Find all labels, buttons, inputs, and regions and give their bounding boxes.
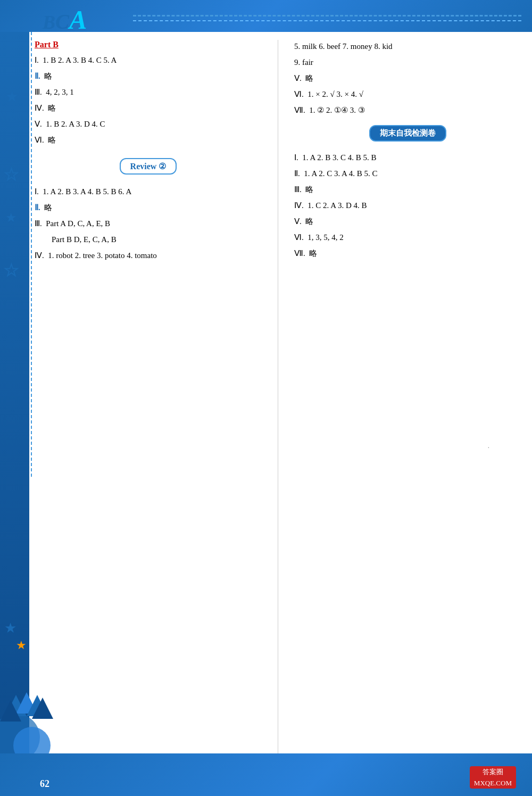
- period-s4-content: 1. C 2. A 3. D 4. B: [307, 201, 367, 210]
- period-s1-label: Ⅰ.: [294, 153, 298, 162]
- partb-section2: Ⅱ. 略: [35, 70, 262, 82]
- period-s5-label: Ⅴ.: [294, 217, 302, 226]
- review2-s4-label: Ⅳ.: [35, 251, 44, 260]
- right-sVII-label: Ⅶ.: [294, 106, 305, 114]
- watermark-top-text: 答案圈: [483, 768, 503, 776]
- b-letter: B: [43, 12, 55, 33]
- sun-decoration: [0, 674, 59, 753]
- period-s2-content: 1. A 2. C 3. A 4. B 5. C: [304, 169, 377, 178]
- period-s6-label: Ⅵ.: [294, 233, 304, 242]
- star-outline-icon-1: ★: [4, 165, 19, 184]
- bottom-bar: [0, 753, 532, 796]
- left-column: Part B Ⅰ. 1. B 2. A 3. B 4. C 5. A Ⅱ. 略 …: [35, 40, 278, 764]
- review2-s4-content: 1. robot 2. tree 3. potato 4. tomato: [48, 251, 157, 260]
- review2-box: Review ②: [120, 158, 177, 175]
- period-s7-label: Ⅶ.: [294, 249, 305, 258]
- left-dashed-line: [31, 32, 32, 477]
- watermark-top: 答案圈: [470, 766, 516, 778]
- partb-section4: Ⅳ. 略: [35, 102, 262, 114]
- period-s1-content: 1. A 2. B 3. C 4. B 5. B: [302, 153, 376, 162]
- c-letter: C: [55, 10, 69, 33]
- star-outline-icon-2: ★: [4, 261, 19, 279]
- review2-container: Review ②: [35, 152, 262, 181]
- partb-section6: Ⅵ. 略: [35, 134, 262, 146]
- review2-s1-label: Ⅰ.: [35, 187, 39, 196]
- period-section7: Ⅶ. 略: [294, 247, 521, 260]
- part-b-title: Part B: [35, 40, 262, 49]
- right-sVI-label: Ⅵ.: [294, 90, 304, 98]
- partb-s3-label: Ⅲ.: [35, 88, 42, 96]
- right-top-line1: 5. milk 6. beef 7. money 8. kid: [294, 40, 521, 53]
- partb-s2-label: Ⅱ.: [35, 72, 40, 80]
- partb-s1-content: 1. B 2. A 3. B 4. C 5. A: [43, 56, 117, 64]
- partb-s1-label: Ⅰ.: [35, 56, 39, 64]
- review2-section3-partb: Part B D, E, C, A, B: [52, 233, 262, 246]
- right-sectionV: Ⅴ. 略: [294, 72, 521, 85]
- watermark-bottom-text: MXQE.COM: [474, 779, 512, 787]
- page-number: 62: [40, 778, 49, 790]
- period-section2: Ⅱ. 1. A 2. C 3. A 4. B 5. C: [294, 167, 521, 180]
- right-sVII-content: 1. ② 2. ①④ 3. ③: [309, 106, 365, 114]
- partb-s4-label: Ⅳ.: [35, 104, 44, 112]
- period-section3: Ⅲ. 略: [294, 183, 521, 196]
- right-column: 5. milk 6. beef 7. money 8. kid 9. fair …: [278, 40, 521, 764]
- partb-s6-label: Ⅵ.: [35, 136, 44, 144]
- right-sVI-content: 1. × 2. √ 3. × 4. √: [307, 90, 363, 98]
- period-s7-content: 略: [309, 249, 317, 258]
- star-icon-1: ★: [5, 88, 19, 105]
- partb-section3: Ⅲ. 4, 2, 3, 1: [35, 86, 262, 98]
- dashed-decoration-top2: [133, 20, 521, 21]
- review2-s3-label: Ⅲ.: [35, 219, 42, 228]
- right-sV-content: 略: [305, 74, 313, 82]
- review2-s2-content: 略: [44, 203, 52, 212]
- partb-s6-content: 略: [48, 136, 56, 144]
- review2-s2-label: Ⅱ.: [35, 203, 40, 212]
- partb-section5: Ⅴ. 1. B 2. A 3. D 4. C: [35, 118, 262, 130]
- review2-section1: Ⅰ. 1. A 2. B 3. A 4. B 5. B 6. A: [35, 185, 262, 198]
- partb-s2-content: 略: [44, 72, 52, 80]
- review2-s1-content: 1. A 2. B 3. A 4. B 5. B 6. A: [43, 187, 131, 196]
- partb-s5-content: 1. B 2. A 3. D 4. C: [46, 120, 105, 128]
- period-section6: Ⅵ. 1, 3, 5, 4, 2: [294, 231, 521, 244]
- partb-s4-content: 略: [48, 104, 56, 112]
- partb-s3-content: 4, 2, 3, 1: [46, 88, 74, 96]
- review2-s3-parta: Part A D, C, A, E, B: [46, 219, 110, 228]
- period-s3-content: 略: [305, 185, 313, 194]
- right-sectionVII: Ⅶ. 1. ② 2. ①④ 3. ③: [294, 104, 521, 117]
- remark-text: .: [488, 442, 489, 450]
- right-sV-label: Ⅴ.: [294, 74, 302, 82]
- two-column-layout: Part B Ⅰ. 1. B 2. A 3. B 4. C 5. A Ⅱ. 略 …: [35, 40, 521, 764]
- right-top-line2: 9. fair: [294, 56, 521, 69]
- bca-logo: BCA: [43, 4, 87, 35]
- period-section5: Ⅴ. 略: [294, 215, 521, 228]
- main-content: Part B Ⅰ. 1. B 2. A 3. B 4. C 5. A Ⅱ. 略 …: [35, 40, 521, 764]
- watermark: 答案圈 MXQE.COM: [470, 766, 516, 789]
- watermark-bottom: MXQE.COM: [470, 778, 516, 789]
- review2-section2: Ⅱ. 略: [35, 201, 262, 214]
- bottom-star-2: ★: [16, 639, 27, 652]
- dashed-decoration-top: [133, 15, 521, 16]
- period-section1: Ⅰ. 1. A 2. B 3. C 4. B 5. B: [294, 151, 521, 164]
- partb-section1: Ⅰ. 1. B 2. A 3. B 4. C 5. A: [35, 54, 262, 67]
- period-s4-label: Ⅳ.: [294, 201, 304, 210]
- period-s5-content: 略: [305, 217, 313, 226]
- period-s3-label: Ⅲ.: [294, 185, 302, 194]
- review2-section4: Ⅳ. 1. robot 2. tree 3. potato 4. tomato: [35, 249, 262, 262]
- review2-s3-partb: Part B D, E, C, A, B: [52, 235, 117, 244]
- right-sectionVI: Ⅵ. 1. × 2. √ 3. × 4. √: [294, 88, 521, 101]
- period-exam-box: 期末自我检测卷: [369, 125, 446, 142]
- bottom-star-1: ★: [4, 620, 16, 636]
- a-letter: A: [69, 5, 87, 35]
- period-s6-content: 1, 3, 5, 4, 2: [307, 233, 344, 242]
- star-icon-2: ★: [5, 210, 17, 225]
- partb-s5-label: Ⅴ.: [35, 120, 42, 128]
- review2-section3: Ⅲ. Part A D, C, A, E, B: [35, 217, 262, 230]
- period-exam-container: 期末自我检测卷: [294, 121, 521, 147]
- period-s2-label: Ⅱ.: [294, 169, 300, 178]
- period-section4: Ⅳ. 1. C 2. A 3. D 4. B: [294, 199, 521, 212]
